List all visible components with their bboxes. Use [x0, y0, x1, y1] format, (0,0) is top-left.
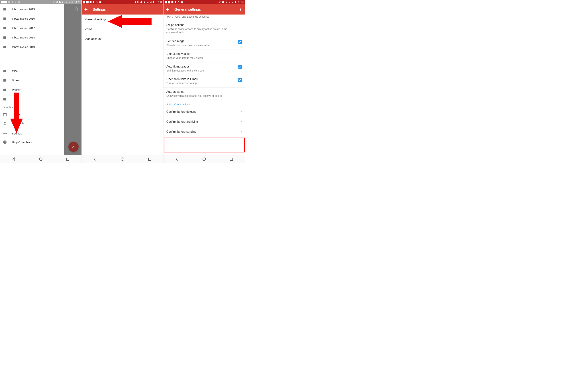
home-nav-icon[interactable] — [120, 157, 125, 161]
bluetooth-icon — [134, 1, 136, 4]
svg-rect-8 — [59, 2, 60, 2]
label-text: Inbox/Invoice 2016 — [12, 17, 35, 20]
no-sim-icon — [228, 1, 230, 4]
home-nav-icon[interactable] — [202, 157, 206, 161]
checkbox[interactable] — [238, 40, 242, 44]
status-time: 12:31 — [156, 1, 162, 4]
drawer-scrim[interactable] — [64, 4, 82, 154]
recent-nav-icon[interactable] — [66, 157, 70, 161]
checkbox[interactable] — [238, 65, 242, 69]
setting-subtitle: Shrink messages to fit the screen — [166, 69, 236, 72]
back-icon[interactable] — [166, 7, 170, 12]
no-sim-icon — [64, 1, 67, 4]
label-icon — [3, 26, 7, 30]
calendar-item[interactable]: r — [0, 110, 64, 119]
overflow-icon[interactable] — [157, 7, 161, 12]
facebook-icon — [4, 1, 7, 4]
svg-point-33 — [158, 9, 159, 10]
setting-title: Swipe actions — [166, 24, 242, 27]
svg-rect-42 — [181, 2, 183, 3]
pencil-icon — [72, 145, 76, 149]
label-item[interactable]: Inbox/Invoice 2019 — [0, 42, 64, 52]
label-item[interactable] — [0, 94, 64, 104]
home-nav-icon[interactable] — [39, 157, 43, 161]
label-item[interactable]: Inbox/Invoice 2016 — [0, 14, 64, 23]
checkbox[interactable] — [238, 78, 242, 82]
person-icon — [3, 121, 7, 125]
settings-item-add-account[interactable]: Add account — [82, 34, 163, 44]
svg-point-12 — [4, 122, 6, 123]
facebook-icon — [1, 1, 4, 4]
svg-rect-21 — [66, 158, 69, 160]
app-bar: Settings — [82, 4, 163, 14]
section-header-action-confirmations: Action Confirmations — [164, 100, 245, 107]
svg-point-34 — [158, 10, 159, 11]
app-bar: General settings — [164, 4, 245, 14]
setting-row[interactable]: Auto-fit messagesShrink messages to fit … — [164, 62, 245, 75]
recent-nav-icon[interactable] — [229, 157, 234, 161]
setting-title: Default reply action — [166, 52, 242, 56]
dnd-icon — [140, 1, 143, 4]
setting-row[interactable]: Sender imageShow beside name in conversa… — [164, 37, 245, 50]
help-item[interactable]: ? Help & feedback — [0, 138, 64, 146]
svg-text:?: ? — [4, 141, 6, 144]
checkbox[interactable] — [241, 132, 242, 132]
settings-item[interactable]: Settings — [0, 129, 64, 138]
svg-line-17 — [77, 10, 78, 11]
label-text: Inbox/Invoice 2015 — [12, 8, 35, 11]
setting-row[interactable]: Open web links in GmailTurn on for faste… — [164, 75, 245, 88]
setting-title: Auto-advance — [166, 90, 242, 94]
phone-icon — [11, 1, 14, 4]
label-item[interactable]: Priority — [0, 85, 64, 94]
facebook-icon — [164, 1, 167, 4]
label-item[interactable]: Misc — [0, 66, 64, 76]
setting-row[interactable]: Default reply actionChoose your default … — [164, 50, 245, 62]
back-nav-icon[interactable] — [175, 157, 179, 161]
setting-row[interactable]: Swipe actionsConfigure swipe actions to … — [164, 21, 245, 37]
compose-fab[interactable] — [68, 142, 78, 152]
back-nav-icon[interactable] — [12, 157, 16, 161]
label-item[interactable]: Inbox/Invoice 2017 — [0, 23, 64, 33]
svg-point-51 — [203, 158, 206, 160]
no-sim-icon — [68, 1, 70, 4]
svg-rect-2 — [8, 1, 10, 3]
label-icon — [3, 97, 7, 101]
settings-item-account[interactable]: chloe — [82, 24, 163, 34]
svg-text:N: N — [138, 2, 139, 3]
settings-item-general[interactable]: General settings — [82, 14, 163, 24]
recent-nav-icon[interactable] — [148, 157, 152, 161]
confirm-row[interactable]: Confirm before deleting — [164, 107, 245, 117]
svg-text:N: N — [220, 2, 220, 3]
google-apps-heading: Google a — [0, 104, 64, 110]
no-sim-icon — [231, 1, 234, 4]
confirm-row[interactable]: Confirm before archiving — [164, 117, 245, 127]
label-item[interactable]: Inbox/Invoice 2015 — [0, 4, 64, 14]
setting-row[interactable]: Auto-advanceShow conversation list after… — [164, 88, 245, 100]
confirm-row[interactable]: Confirm before sending — [164, 127, 245, 137]
nav-drawer: Inbox/Invoice 2015 Inbox/Invoice 2016 In… — [0, 4, 64, 154]
svg-rect-22 — [83, 1, 85, 4]
checkbox[interactable] — [241, 122, 242, 122]
overflow-icon[interactable] — [238, 7, 243, 12]
svg-rect-4 — [18, 2, 20, 3]
svg-rect-30 — [141, 2, 142, 2]
checkbox[interactable] — [241, 112, 242, 112]
svg-rect-39 — [168, 1, 170, 4]
back-nav-icon[interactable] — [93, 157, 98, 161]
label-item[interactable]: Inbox/Invoice 2018 — [0, 33, 64, 42]
app-bar-title: Settings — [92, 8, 106, 12]
svg-rect-46 — [223, 2, 224, 2]
svg-point-49 — [240, 9, 241, 10]
svg-rect-0 — [1, 1, 4, 4]
android-nav-bar — [0, 154, 82, 163]
back-icon[interactable] — [84, 7, 88, 12]
battery-icon — [152, 1, 155, 4]
contacts-item[interactable]: acts — [0, 119, 64, 128]
svg-rect-9 — [72, 1, 72, 3]
svg-rect-11 — [4, 113, 6, 114]
setting-title: Sender image — [166, 40, 236, 43]
svg-rect-31 — [153, 1, 154, 3]
label-item[interactable]: Notes — [0, 76, 64, 85]
search-icon[interactable] — [74, 7, 79, 12]
svg-rect-3 — [12, 1, 13, 3]
